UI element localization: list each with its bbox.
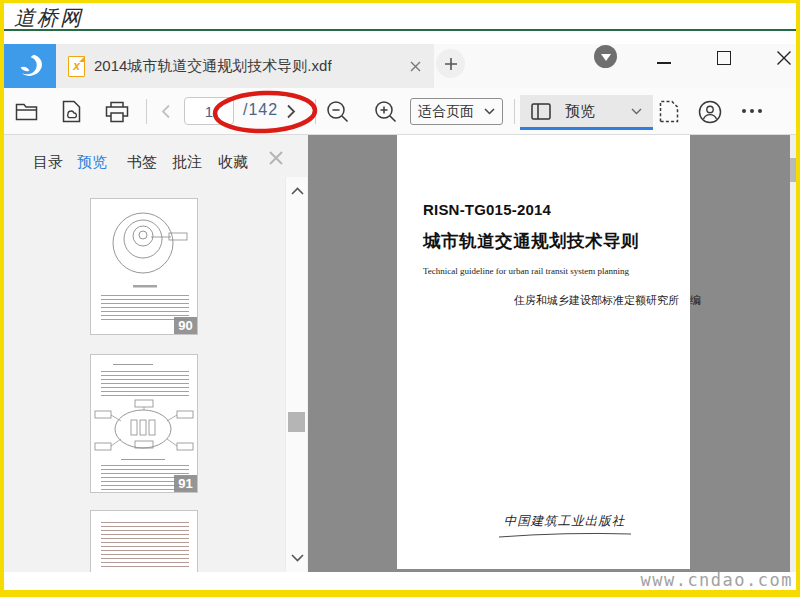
plus-icon xyxy=(444,57,458,71)
thumbnail-page-90[interactable]: 90 xyxy=(90,198,198,335)
zoom-in-button[interactable] xyxy=(374,100,397,123)
sidebar-panel: 目录 预览 书签 批注 收藏 90 xyxy=(4,135,308,572)
publisher-name: 中国建筑工业出版社 xyxy=(492,513,637,530)
zoom-in-icon xyxy=(374,100,397,123)
viewer-scrollbar[interactable] xyxy=(790,135,796,572)
toolbar: /142 适合页面 预览 xyxy=(4,88,796,135)
printer-icon xyxy=(105,101,129,123)
app-logo[interactable] xyxy=(4,44,56,88)
sidebar-tab-favorites[interactable]: 收藏 xyxy=(218,153,248,172)
frame-border-bottom xyxy=(0,590,800,597)
dropdown-menu-button[interactable] xyxy=(594,45,617,68)
sidebar-close-icon[interactable] xyxy=(268,150,286,168)
caret-down-icon xyxy=(601,54,611,61)
page-badge: 91 xyxy=(174,475,197,492)
thumbnail-page-91[interactable]: 91 xyxy=(90,354,198,493)
print-button[interactable] xyxy=(105,101,129,123)
document-title: 城市轨道交通规划技术导则 xyxy=(423,229,639,253)
document-viewer: RISN-TG015-2014 城市轨道交通规划技术导则 Technical g… xyxy=(308,135,790,572)
document-cloud-icon xyxy=(62,100,81,123)
fit-page-dropdown[interactable]: 适合页面 xyxy=(410,98,503,125)
scroll-up-icon[interactable] xyxy=(289,183,305,199)
toolbar-divider xyxy=(146,99,147,124)
minimize-button[interactable] xyxy=(652,46,676,70)
sidebar-tab-bookmarks[interactable]: 书签 xyxy=(127,153,157,172)
minimize-icon xyxy=(657,62,671,64)
fit-page-value: 适合页面 xyxy=(418,103,474,121)
site-header: 道桥网 xyxy=(4,3,796,30)
maximize-button[interactable] xyxy=(712,46,736,70)
new-tab-button[interactable] xyxy=(436,49,465,78)
publisher-swoosh-line xyxy=(495,531,635,539)
sidebar-tab-annotations[interactable]: 批注 xyxy=(172,153,202,172)
app-titlebar: x 2014城市轨道交通规划技术导则.xdf xyxy=(4,44,796,88)
chevron-down-icon xyxy=(631,108,642,115)
maximize-icon xyxy=(717,51,731,65)
page-number-input[interactable] xyxy=(184,97,234,125)
sidebar-tab-preview[interactable]: 预览 xyxy=(77,153,107,172)
page-badge: 90 xyxy=(174,317,197,334)
site-watermark: www.cndao.com xyxy=(640,570,793,590)
chevron-down-icon xyxy=(484,108,495,115)
thumbnail-text-block xyxy=(101,522,189,568)
thumbnail-caption-line xyxy=(121,459,165,462)
content-area: 目录 预览 书签 批注 收藏 90 xyxy=(4,135,796,572)
zoom-out-icon xyxy=(326,100,349,123)
extract-page-button[interactable] xyxy=(659,100,679,123)
toolbar-divider xyxy=(315,99,316,124)
standard-code: RISN-TG015-2014 xyxy=(423,201,551,218)
toolbar-divider xyxy=(514,99,515,124)
scrollbar-thumb[interactable] xyxy=(790,158,796,182)
site-logo-text: 道桥网 xyxy=(14,4,83,32)
extract-page-icon xyxy=(659,100,679,123)
document-page[interactable]: RISN-TG015-2014 城市轨道交通规划技术导则 Technical g… xyxy=(397,135,690,569)
header-divider-line xyxy=(4,29,796,31)
close-icon xyxy=(776,50,792,66)
tab-close-icon[interactable] xyxy=(407,58,423,74)
view-mode-button[interactable]: 预览 xyxy=(520,95,653,130)
chevron-right-icon xyxy=(285,104,297,119)
flow-ellipse-diagram xyxy=(91,399,197,457)
more-options-button[interactable] xyxy=(742,109,762,113)
sidebar-tab-catalog[interactable]: 目录 xyxy=(33,153,63,172)
scroll-down-icon[interactable] xyxy=(289,550,305,566)
view-mode-label: 预览 xyxy=(565,102,595,121)
account-button[interactable] xyxy=(698,100,722,124)
concentric-circles-diagram xyxy=(91,199,197,291)
previous-page-button[interactable] xyxy=(160,104,172,119)
thumbnail-heading-line xyxy=(113,364,153,368)
folder-icon xyxy=(15,102,38,121)
tab-title: 2014城市轨道交通规划技术导则.xdf xyxy=(94,57,332,76)
sidebar-scrollbar[interactable] xyxy=(285,177,307,572)
user-account-icon xyxy=(698,100,722,124)
scrollbar-thumb[interactable] xyxy=(288,412,305,432)
document-subtitle-en: Technical guideline for urban rail trans… xyxy=(423,266,629,276)
open-file-button[interactable] xyxy=(15,102,38,121)
next-page-button[interactable] xyxy=(285,104,297,119)
thumbnail-page-92[interactable] xyxy=(90,510,198,572)
more-dots-icon xyxy=(742,109,762,113)
thumbnail-text-block xyxy=(101,371,189,397)
save-convert-button[interactable] xyxy=(62,100,81,123)
xdf-file-icon: x xyxy=(68,56,85,77)
sidebar-panel-icon xyxy=(531,103,551,120)
bird-swirl-icon xyxy=(13,50,47,82)
document-author-line: 住房和城乡建设部标准定额研究所 编 xyxy=(514,293,701,308)
document-tab[interactable]: x 2014城市轨道交通规划技术导则.xdf xyxy=(56,44,434,88)
zoom-out-button[interactable] xyxy=(326,100,349,123)
frame-border-right xyxy=(796,0,800,597)
close-window-button[interactable] xyxy=(772,46,796,70)
page-total-label: /142 xyxy=(243,101,278,119)
chevron-left-icon xyxy=(160,104,172,119)
